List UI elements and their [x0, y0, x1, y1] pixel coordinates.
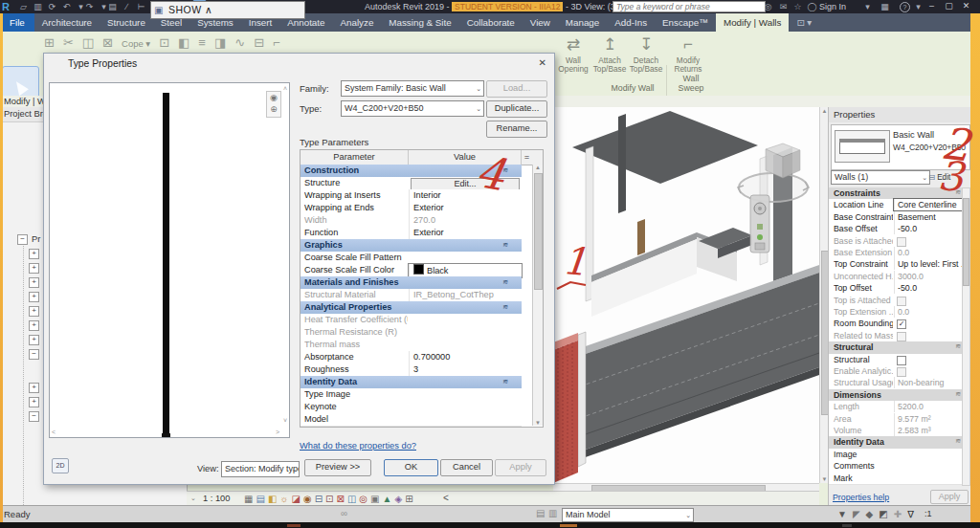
browser-tree-item[interactable]: +: [29, 383, 43, 393]
checkbox[interactable]: [897, 356, 906, 365]
array-icon[interactable]: ⊟: [254, 35, 264, 53]
selection-filter-dropdown[interactable]: Walls (1)⌄: [831, 170, 930, 185]
parameter-value[interactable]: 0.700000: [409, 351, 522, 363]
match-icon[interactable]: ⊡: [159, 35, 169, 53]
shadows-icon[interactable]: ◪: [292, 493, 301, 505]
browser-tree-item[interactable]: −: [29, 411, 43, 422]
collapse-caret-icon[interactable]: ⌄: [190, 495, 196, 502]
select-by-face-icon[interactable]: ◩: [879, 508, 887, 521]
checkbox[interactable]: ✓: [897, 319, 906, 329]
tab-analyze[interactable]: Analyze: [332, 13, 381, 32]
palette-section-header[interactable]: Identity Data≋: [829, 436, 964, 449]
canvas-3d-view[interactable]: [553, 107, 819, 483]
save-icon[interactable]: ▥: [32, 0, 44, 13]
select-links-icon[interactable]: ▼: [837, 508, 847, 521]
tab-enscape-[interactable]: Enscape™: [655, 13, 716, 32]
search-input[interactable]: Type a keyword or phrase: [612, 1, 766, 12]
preview-toggle-button[interactable]: Preview >>: [304, 459, 371, 476]
browser-tree-item[interactable]: +: [29, 320, 43, 331]
preview-zoom-widget[interactable]: ◉⊕: [266, 91, 281, 118]
table-section-header[interactable]: Materials and Finishes≋: [301, 276, 522, 290]
filter-icon[interactable]: ∇: [907, 508, 914, 521]
select-pinned-icon[interactable]: ◆: [866, 508, 874, 521]
tab-modify-walls[interactable]: Modify | Walls: [716, 13, 789, 32]
browser-tree-item[interactable]: +: [29, 249, 43, 259]
wall-opening-button[interactable]: ⇄WallOpening: [556, 33, 590, 74]
join-icon[interactable]: ⊞: [44, 35, 55, 53]
parameter-value[interactable]: Exterior: [409, 227, 522, 239]
redo-icon[interactable]: ↷: [83, 0, 96, 13]
preview-scroll-left-icon[interactable]: <: [52, 429, 56, 435]
property-value[interactable]: 0.0: [894, 247, 963, 258]
collapse-icon[interactable]: −: [29, 349, 39, 360]
measure-icon[interactable]: ∕: [121, 0, 133, 13]
tab--[interactable]: ⊡ ▾: [789, 13, 819, 32]
mirror-icon[interactable]: ∿: [234, 35, 245, 53]
favorites-icon[interactable]: ☆: [791, 0, 804, 13]
property-value[interactable]: 9.577 m²: [894, 413, 963, 425]
properties-help-link[interactable]: Properties help: [833, 493, 889, 502]
revit-logo-icon[interactable]: R: [2, 0, 10, 13]
expand-icon[interactable]: +: [29, 277, 39, 288]
help-icon[interactable]: ?: [900, 2, 910, 12]
browser-tree-item[interactable]: +: [29, 306, 43, 317]
view-scale-icon[interactable]: ▦: [244, 493, 253, 505]
avatar-icon[interactable]: ◯: [806, 0, 818, 13]
open-icon[interactable]: ▱: [17, 0, 30, 13]
browser-tree-item[interactable]: +: [29, 292, 43, 302]
rendering-dialog-icon[interactable]: ◉: [303, 493, 312, 505]
tab-file[interactable]: File: [0, 13, 34, 32]
property-value[interactable]: Non-bearing: [894, 377, 963, 388]
browser-tree-item[interactable]: +: [29, 397, 43, 407]
help-caret-icon[interactable]: ▾: [912, 0, 924, 13]
preview-scroll-down-icon[interactable]: ˅: [283, 417, 287, 424]
design-options-icon[interactable]: ▥: [548, 508, 557, 518]
expand-icon[interactable]: +: [29, 306, 39, 317]
browser-tree-item[interactable]: +: [29, 335, 43, 345]
close-button[interactable]: ✕: [959, 0, 973, 13]
type-preview-pane[interactable]: ◉⊕ ˄ ˅ < >: [49, 82, 290, 438]
palette-apply-button[interactable]: Apply: [930, 490, 969, 504]
preview-view-dropdown[interactable]: Section: Modify type⌄: [221, 461, 300, 477]
communication-center-icon[interactable]: ✉: [777, 0, 790, 13]
palette-scrollbar[interactable]: [962, 187, 970, 486]
split-icon[interactable]: ◧: [178, 35, 189, 53]
align-icon[interactable]: ≡: [198, 35, 206, 53]
expand-icon[interactable]: +: [29, 263, 39, 274]
tab-collaborate[interactable]: Collaborate: [459, 13, 523, 32]
property-value[interactable]: 0.0: [894, 306, 963, 318]
print-icon[interactable]: ▤: [106, 0, 119, 13]
paste-icon[interactable]: ◫: [82, 35, 94, 53]
property-value[interactable]: 2.583 m³: [894, 425, 963, 436]
tab-architecture[interactable]: Architecture: [34, 13, 100, 32]
type-dropdown[interactable]: W4_C200+V20+B50⌄: [341, 100, 484, 117]
parameter-value[interactable]: Interior: [409, 189, 522, 202]
sign-in-caret-icon[interactable]: ▾: [861, 0, 874, 13]
preview-2d-nav-icon[interactable]: 2D: [52, 458, 69, 473]
select-underlay-icon[interactable]: ◤: [853, 508, 860, 521]
aligned-dimension-icon[interactable]: ⊢: [135, 0, 147, 13]
worksets-icon[interactable]: ▤: [536, 508, 545, 518]
attach-top-base-button[interactable]: ↥AttachTop/Base: [592, 33, 627, 74]
expand-icon[interactable]: +: [29, 320, 39, 331]
expand-icon[interactable]: +: [29, 397, 39, 407]
analytical-model-icon[interactable]: ▲: [383, 493, 392, 505]
tab-manage[interactable]: Manage: [558, 13, 607, 32]
preview-scroll-right-icon[interactable]: >: [276, 429, 279, 435]
search-go-icon[interactable]: ◎: [762, 0, 774, 13]
table-section-header[interactable]: Graphics≋: [301, 239, 522, 253]
family-dropdown[interactable]: System Family: Basic Wall⌄: [341, 80, 484, 97]
expand-icon[interactable]: +: [29, 249, 39, 259]
palette-section-header[interactable]: Dimensions≋: [829, 389, 964, 402]
properties-doc-link[interactable]: What do these properties do?: [300, 441, 416, 451]
drag-on-selection-icon[interactable]: ✚: [894, 508, 902, 521]
sign-in-button[interactable]: Sign In: [819, 0, 846, 13]
tab-add-ins[interactable]: Add-Ins: [607, 13, 655, 32]
collapse-icon[interactable]: −: [17, 234, 28, 245]
parameter-value[interactable]: 270.0: [409, 214, 522, 227]
property-value[interactable]: -50.0: [894, 282, 963, 294]
parameter-value[interactable]: Exterior: [409, 202, 522, 214]
browser-tree-item[interactable]: −Pr: [17, 234, 40, 245]
design-option-dropdown[interactable]: Main Model⌄: [562, 508, 694, 522]
constraints-icon[interactable]: ⊞: [405, 493, 412, 505]
